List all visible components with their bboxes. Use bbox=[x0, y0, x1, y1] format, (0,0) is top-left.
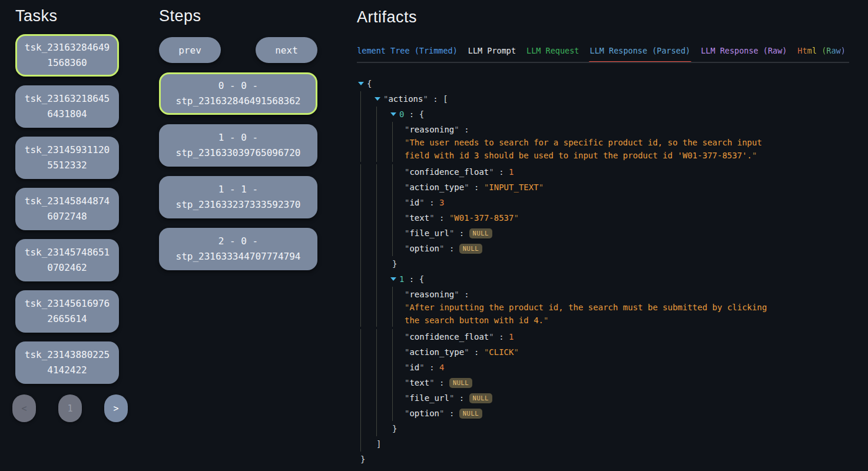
indent-guide bbox=[376, 180, 377, 195]
indent-guide bbox=[360, 225, 361, 241]
null-badge: NULL bbox=[469, 393, 492, 403]
json-line: 0 : { bbox=[357, 107, 849, 122]
null-badge: NULL bbox=[469, 228, 492, 238]
prev-step-button[interactable]: prev bbox=[159, 37, 221, 63]
json-line: "confidence_float" : 1 bbox=[357, 164, 849, 180]
indent-guide bbox=[392, 180, 393, 195]
indent-guide bbox=[392, 164, 393, 180]
indent-guide bbox=[360, 164, 361, 180]
json-string-value-line: "After inputting the product id, the sea… bbox=[357, 301, 787, 327]
null-badge: NULL bbox=[459, 409, 482, 419]
json-key: confidence_float bbox=[409, 332, 489, 341]
tab-llm-response-parsed[interactable]: LLM Response (Parsed) bbox=[585, 42, 696, 62]
json-key: id bbox=[409, 363, 419, 372]
json-string-quote: " bbox=[539, 183, 544, 192]
pagination-page-button[interactable]: 1 bbox=[58, 394, 82, 422]
json-line: "action_type" : "CLICK" bbox=[357, 344, 849, 360]
indent-guide bbox=[392, 344, 393, 360]
tab-html-raw[interactable]: Html (Raw) bbox=[793, 42, 850, 62]
task-button[interactable]: tsk_231456169762665614 bbox=[15, 290, 119, 333]
tasks-title: Tasks bbox=[15, 7, 119, 25]
indent-guide bbox=[392, 329, 393, 344]
json-string-quote: " bbox=[752, 151, 757, 160]
step-button[interactable]: 0 - 0 - stp_231632846491568362 bbox=[159, 72, 317, 115]
tab-llm-response-raw[interactable]: LLM Response (Raw) bbox=[695, 42, 792, 62]
json-line: "reasoning" : bbox=[357, 122, 849, 137]
json-line: } bbox=[357, 421, 849, 436]
json-key-quote: " bbox=[464, 347, 469, 357]
json-key-quote: " bbox=[464, 183, 469, 192]
json-key-quote: " bbox=[429, 213, 434, 223]
step-button[interactable]: 1 - 0 - stp_231633039765096720 bbox=[159, 124, 317, 167]
json-key: action_type bbox=[409, 183, 464, 192]
indent-guide bbox=[392, 406, 393, 421]
json-line: "actions" : [ bbox=[357, 91, 849, 107]
artifacts-panel: Artifacts Element Tree (Trimmed)LLM Prom… bbox=[357, 6, 849, 467]
collapse-toggle-icon[interactable] bbox=[390, 277, 396, 281]
json-line: "confidence_float" : 1 bbox=[357, 329, 849, 344]
json-line: "text" : "W01-377-8537" bbox=[357, 210, 849, 225]
indent-guide bbox=[392, 225, 393, 241]
indent-guide bbox=[360, 241, 361, 256]
indent-guide bbox=[360, 421, 361, 436]
pagination-next-button[interactable]: > bbox=[104, 394, 128, 422]
json-punctuation: : bbox=[435, 378, 449, 387]
task-button[interactable]: tsk_231459311205512332 bbox=[15, 137, 119, 179]
json-punctuation: : bbox=[454, 228, 469, 238]
json-punctuation: : bbox=[494, 167, 509, 177]
indent-guide bbox=[392, 287, 393, 302]
task-button[interactable]: tsk_231632846491568360 bbox=[15, 34, 119, 77]
indent-guide bbox=[376, 375, 377, 390]
next-step-button[interactable]: next bbox=[256, 37, 317, 63]
json-string-quote: " bbox=[544, 316, 548, 325]
task-button[interactable]: tsk_231457486510702462 bbox=[15, 239, 119, 281]
collapse-toggle-icon[interactable] bbox=[358, 82, 364, 85]
tab-element-tree-trimmed[interactable]: Element Tree (Trimmed) bbox=[357, 42, 463, 62]
indent-guide bbox=[376, 210, 377, 225]
json-line: } bbox=[357, 452, 849, 467]
json-line: 1 : { bbox=[357, 271, 849, 287]
json-string-quote: " bbox=[513, 347, 518, 357]
indent-guide bbox=[376, 360, 377, 375]
json-line: "option" : NULL bbox=[357, 406, 849, 421]
json-key: option bbox=[409, 409, 439, 418]
task-button[interactable]: tsk_231438802254142422 bbox=[15, 341, 119, 384]
indent-guide bbox=[392, 360, 393, 375]
json-line: "file_url" : NULL bbox=[357, 390, 849, 406]
pagination-prev-button[interactable]: < bbox=[12, 394, 36, 422]
indent-guide bbox=[392, 122, 393, 137]
json-punctuation: : bbox=[469, 347, 484, 357]
json-line: "id" : 4 bbox=[357, 360, 849, 375]
indent-guide bbox=[392, 210, 393, 225]
steps-title: Steps bbox=[159, 7, 317, 25]
json-key: text bbox=[409, 213, 429, 223]
json-punctuation: } bbox=[392, 424, 397, 433]
indent-guide bbox=[376, 107, 377, 122]
json-punctuation: : bbox=[444, 409, 459, 418]
json-punctuation: : bbox=[459, 125, 469, 134]
indent-guide bbox=[376, 122, 377, 137]
indent-guide bbox=[392, 136, 393, 162]
json-punctuation: : bbox=[459, 290, 469, 299]
indent-guide bbox=[360, 180, 361, 195]
collapse-toggle-icon[interactable] bbox=[390, 112, 396, 116]
steps-panel: Steps prev next 0 - 0 - stp_231632846491… bbox=[159, 7, 317, 270]
json-key: reasoning bbox=[409, 125, 454, 134]
json-string: W01-377-8537 bbox=[454, 213, 513, 223]
task-list: tsk_231632846491568360tsk_23163218645643… bbox=[15, 34, 119, 384]
collapse-toggle-icon[interactable] bbox=[375, 97, 380, 101]
step-list: 0 - 0 - stp_2316328464915683621 - 0 - st… bbox=[159, 72, 317, 270]
step-button[interactable]: 1 - 1 - stp_231633237333592370 bbox=[159, 176, 317, 218]
json-key: option bbox=[409, 244, 439, 253]
task-button[interactable]: tsk_231458448746072748 bbox=[15, 188, 119, 230]
json-key: confidence_float bbox=[409, 167, 489, 177]
tab-llm-prompt[interactable]: LLM Prompt bbox=[463, 42, 521, 62]
indent-guide bbox=[360, 375, 361, 390]
json-punctuation: : bbox=[494, 332, 509, 341]
json-line: "file_url" : NULL bbox=[357, 225, 849, 241]
task-button[interactable]: tsk_231632186456431804 bbox=[15, 85, 119, 128]
json-line: "option" : NULL bbox=[357, 241, 849, 256]
tab-llm-request[interactable]: LLM Request bbox=[521, 42, 584, 62]
step-button[interactable]: 2 - 0 - stp_231633344707774794 bbox=[159, 228, 317, 270]
indent-guide bbox=[360, 329, 361, 344]
